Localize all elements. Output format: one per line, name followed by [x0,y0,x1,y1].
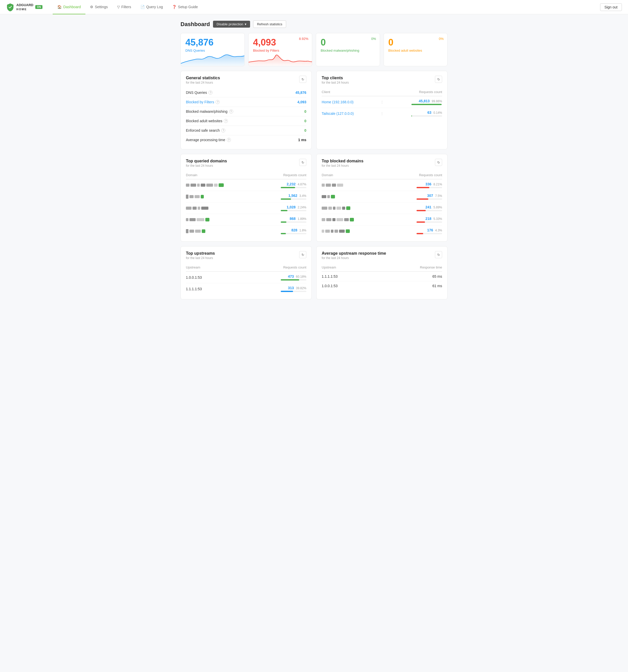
nav-querylog[interactable]: 📄 Query Log [136,0,168,14]
queried-domain-2-bar [281,198,291,200]
general-stats-refresh-button[interactable]: ↻ [299,76,306,83]
page-header: Dashboard Disable protection ▾ Refresh s… [180,21,448,28]
top-blocked-refresh-button[interactable]: ↻ [435,159,442,166]
malware-row-value: 0 [304,110,306,114]
avg-response-refresh-button[interactable]: ↻ [435,251,442,258]
queried-domain-2-bar-wrap [281,198,306,200]
queried-domain-col: Domain [186,173,246,177]
queried-domain-3-bar [281,210,287,211]
disable-protection-button[interactable]: Disable protection ▾ [213,21,250,28]
queried-domain-row-3: 1,028 2.24% [186,202,306,214]
stat-card-blocked: 8.92% 4,093 Blocked by Filters [248,33,312,66]
chevron-down-icon: ▾ [245,22,246,26]
blocked-domain-5-count: 176 [427,228,433,232]
blocked-domain-3-bar [416,210,426,211]
general-stats-subtitle: for the last 24 hours [186,81,220,85]
blocked-domain-3-name [322,206,350,210]
client-tailscale-name[interactable]: Tailscale (127.0.0.0) [322,112,379,116]
nav-dashboard[interactable]: 🏠 Dashboard [53,0,86,14]
blocked-domain-4-count: 218 [426,217,431,221]
queried-domain-row-1: 2,232 4.87% [186,179,306,191]
upstream-2-bar [281,291,293,292]
top-queried-table-header: Domain Requests count [186,171,306,179]
blocked-domain-row-1: 336 8.21% [322,179,442,191]
queried-domain-1-count: 2,232 [287,182,296,186]
top-blocked-panel: Top blocked domains for the last 24 hour… [316,154,448,242]
dns-sparkline [181,52,244,66]
response-upstream-1-time: 65 ms [382,274,442,279]
refresh-icon: ↻ [437,161,440,164]
queried-domain-4-count: 868 [290,217,296,221]
blocked-domain-2-count: 307 [427,194,433,198]
queried-domain-row-5: 828 1.8% [186,225,306,237]
response-row-2: 1.0.0.1:53 61 ms [322,281,442,290]
adult-row-value: 0 [304,119,306,123]
top-upstreams-subtitle: for the last 24 hours [186,256,215,260]
malware-value: 0 [321,37,375,48]
nav-setupguide[interactable]: ❓ Setup Guide [168,0,202,14]
top-queried-title: Top queried domains [186,159,227,163]
queried-domain-5-pct: 1.8% [299,229,306,232]
nav-settings[interactable]: ⚙ Settings [86,0,113,14]
client-home-count-area: 45,813 99.86% [385,99,442,105]
top-queried-panel: Top queried domains for the last 24 hour… [180,154,312,242]
avg-response-title: Average upstream response time [322,251,386,256]
client-row-home: Home (192.168.0.0) ⋮ 45,813 99.86% [322,96,442,107]
blocked-sparkline [248,52,312,66]
queried-domain-1-bar [281,187,295,188]
top-clients-refresh-button[interactable]: ↻ [435,76,442,83]
gear-icon: ⚙ [90,5,93,9]
upstream-row-1: 1.0.0.1:53 473 60.18% [186,271,306,283]
avgtime-help-icon[interactable]: ? [227,138,231,142]
malware-percent: 0% [371,37,376,41]
adult-value: 0 [388,37,443,48]
avg-response-table-header: Upstream Response time [322,263,442,271]
navigation: ADGUARDHOME ON 🏠 Dashboard ⚙ Settings ▽ … [0,0,628,14]
refresh-statistics-button[interactable]: Refresh statistics [253,21,286,28]
nav-filters[interactable]: ▽ Filters [113,0,136,14]
blocked-domain-col: Domain [322,173,382,177]
avg-response-title-wrap: Average upstream response time for the l… [322,251,386,260]
nav-right: Sign out [600,3,622,11]
top-clients-title: Top clients [322,76,349,80]
queried-domain-row-4: 868 1.89% [186,214,306,225]
blocked-requests-col: Requests count [382,173,442,177]
sign-out-button[interactable]: Sign out [600,3,622,11]
blocked-filters-link[interactable]: Blocked by Filters [186,100,214,104]
adguard-logo-icon [6,3,14,11]
client-tailscale-progress-bar [411,115,412,117]
client-home-menu-icon[interactable]: ⋮ [379,100,385,104]
malware-help-icon[interactable]: ? [229,110,233,114]
queried-domain-5-count: 828 [291,228,297,232]
blocked-domain-row-2: 307 7.5% [322,191,442,202]
blocked-domain-1-count: 336 [426,182,431,186]
queried-requests-col: Requests count [246,173,307,177]
top-upstreams-table-header: Upstream Requests count [186,263,306,271]
logo-text: ADGUARDHOME [16,3,33,11]
top-upstreams-refresh-button[interactable]: ↻ [299,251,306,258]
queried-domain-2-count: 1,562 [288,194,297,198]
adult-help-icon[interactable]: ? [224,119,228,123]
dns-queries-help-icon[interactable]: ? [209,91,213,95]
dns-queries-value: 45,876 [185,37,240,48]
queried-domain-2-pct: 3.4% [299,194,306,198]
client-tailscale-menu-icon[interactable]: ⋮ [379,112,385,116]
top-queried-refresh-button[interactable]: ↻ [299,159,306,166]
stat-card-dns: 45,876 DNS Queries [180,33,245,66]
avg-response-panel: Average upstream response time for the l… [316,246,448,299]
stat-row-adult: Blocked adult websites ? 0 [186,116,306,125]
client-home-name[interactable]: Home (192.168.0.0) [322,100,379,104]
safesearch-help-icon[interactable]: ? [221,128,225,133]
upstream-2-name: 1.1.1.1:53 [186,287,246,291]
queried-domain-5-bar [281,233,286,234]
avgtime-row-label: Average processing time [186,138,225,142]
blocked-domain-2-pct: 7.5% [435,194,442,198]
blocked-filters-help-icon[interactable]: ? [216,100,220,104]
blocked-percent: 8.92% [299,37,308,41]
stat-row-blocked-filters: Blocked by Filters ? 4,093 [186,97,306,106]
blocked-domain-row-4: 218 5.33% [322,214,442,225]
stat-row-avgtime: Average processing time ? 1 ms [186,135,306,144]
upstream-1-bar-wrap [281,279,306,281]
main-content: Dashboard Disable protection ▾ Refresh s… [173,14,455,310]
malware-label: Blocked malware/phishing [321,49,375,52]
